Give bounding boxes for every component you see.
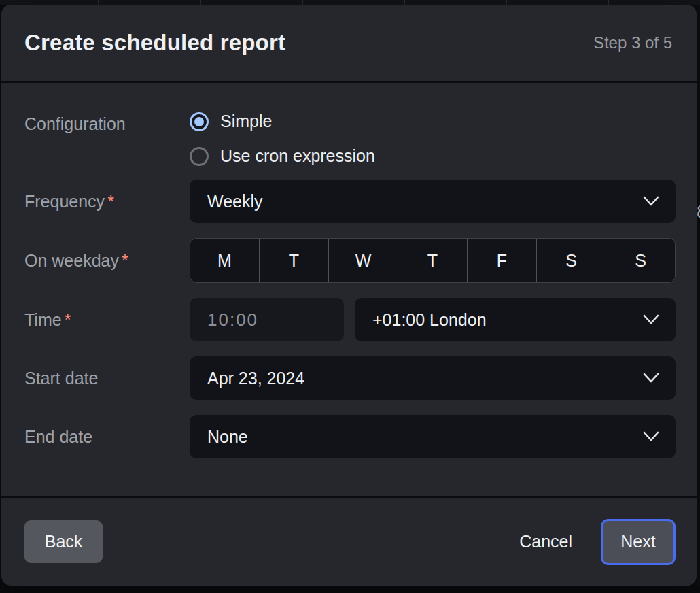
weekday-button-monday[interactable]: M <box>190 239 259 282</box>
next-button[interactable]: Next <box>601 519 676 565</box>
create-scheduled-report-dialog: Create scheduled report Step 3 of 5 Conf… <box>1 5 697 586</box>
frequency-label: Frequency* <box>24 192 190 211</box>
frequency-label-text: Frequency <box>24 192 105 211</box>
end-date-select[interactable]: None <box>190 415 676 458</box>
weekday-button-friday[interactable]: F <box>467 239 536 282</box>
chevron-down-icon <box>643 431 659 442</box>
weekday-button-saturday[interactable]: S <box>536 239 606 282</box>
weekday-row: On weekday* M T W T F S S <box>24 238 676 283</box>
chevron-down-icon <box>643 373 659 384</box>
weekday-button-sunday[interactable]: S <box>606 239 675 282</box>
radio-unselected-icon[interactable] <box>190 147 209 166</box>
radio-option-label: Simple <box>220 112 272 131</box>
radio-selected-icon[interactable] <box>190 112 209 131</box>
background-bottom-edge <box>0 586 700 593</box>
background-right-edge: 8 <box>697 5 700 586</box>
frequency-select[interactable]: Weekly <box>190 180 676 223</box>
chevron-down-icon <box>643 196 659 207</box>
chevron-down-icon <box>643 314 659 325</box>
start-date-row: Start date Apr 23, 2024 <box>24 356 676 400</box>
time-row: Time* +01:00 London <box>24 298 676 341</box>
step-indicator: Step 3 of 5 <box>593 33 672 52</box>
weekday-button-tuesday[interactable]: T <box>259 239 328 282</box>
end-date-row: End date None <box>24 415 676 458</box>
required-asterisk: * <box>122 251 128 270</box>
start-date-value: Apr 23, 2024 <box>207 369 304 388</box>
timezone-select[interactable]: +01:00 London <box>355 298 676 341</box>
end-date-value: None <box>207 427 248 447</box>
dialog-body: Configuration Simple Use cron expression… <box>1 83 697 458</box>
dialog-footer: Back Cancel Next <box>1 496 697 586</box>
weekday-button-wednesday[interactable]: W <box>328 239 398 282</box>
cancel-button[interactable]: Cancel <box>519 532 572 552</box>
background-partial-text: 8 <box>697 201 700 222</box>
radio-option-simple[interactable]: Simple <box>190 112 676 131</box>
required-asterisk: * <box>107 192 114 211</box>
weekday-label: On weekday* <box>24 251 190 271</box>
dialog-title: Create scheduled report <box>24 30 285 56</box>
weekday-button-group: M T W T F S S <box>190 238 676 283</box>
timezone-value: +01:00 London <box>372 310 487 330</box>
start-date-label: Start date <box>24 369 190 388</box>
weekday-label-text: On weekday <box>24 251 119 270</box>
radio-option-cron[interactable]: Use cron expression <box>190 146 676 166</box>
frequency-row: Frequency* Weekly <box>24 180 676 223</box>
dialog-header: Create scheduled report Step 3 of 5 <box>1 5 697 83</box>
time-input[interactable] <box>190 298 344 341</box>
background-table-edge <box>0 0 700 5</box>
start-date-select[interactable]: Apr 23, 2024 <box>190 356 676 400</box>
configuration-radio-group: Simple Use cron expression <box>190 112 676 166</box>
time-label: Time* <box>24 310 190 330</box>
frequency-value: Weekly <box>207 192 263 211</box>
configuration-label: Configuration <box>24 112 190 134</box>
radio-option-label: Use cron expression <box>220 146 375 166</box>
back-button[interactable]: Back <box>24 520 103 563</box>
weekday-button-thursday[interactable]: T <box>398 239 467 282</box>
configuration-row: Configuration Simple Use cron expression <box>24 112 676 166</box>
required-asterisk: * <box>65 310 71 329</box>
time-label-text: Time <box>24 310 62 329</box>
end-date-label: End date <box>24 427 190 447</box>
